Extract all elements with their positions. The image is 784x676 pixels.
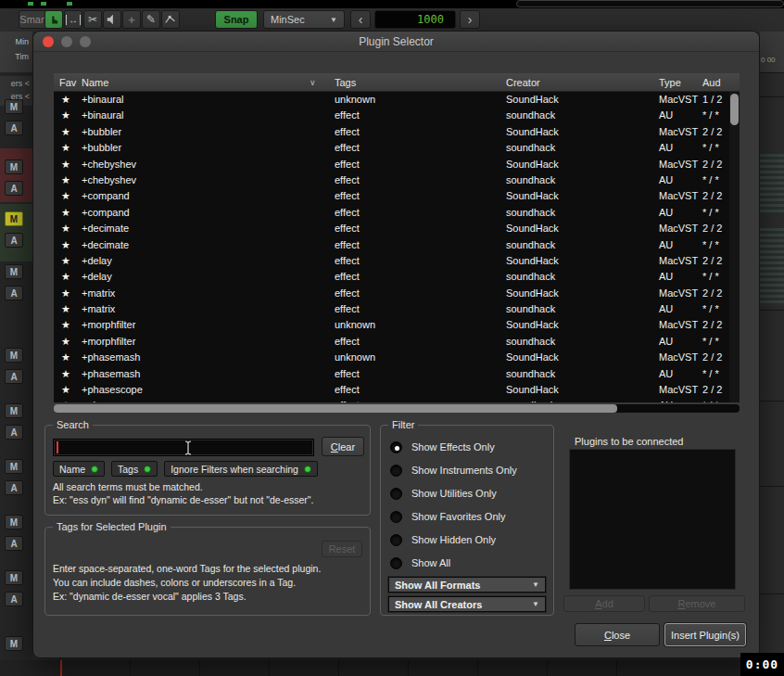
plugin-table-header[interactable]: Fav Name ∨ Tags Creator Type Aud: [54, 73, 740, 92]
table-row[interactable]: ★ +delay effect soundhack AU * / *: [54, 269, 729, 285]
clear-search-button[interactable]: Clear: [322, 437, 364, 456]
radio-button-icon[interactable]: [390, 465, 402, 477]
column-tags[interactable]: Tags: [335, 73, 356, 92]
column-name[interactable]: Name: [82, 73, 108, 92]
track-mute-button[interactable]: M: [5, 264, 23, 279]
audition-tool-button[interactable]: [103, 10, 121, 29]
track-mute-button[interactable]: M: [5, 211, 23, 226]
range-tool-button[interactable]: ↔: [64, 10, 82, 29]
table-row[interactable]: ★ +morphfilter unknown SoundHack MacVST …: [54, 317, 729, 333]
formats-dropdown[interactable]: Show All Formats ▼: [388, 577, 546, 593]
favorite-star-icon[interactable]: ★: [61, 286, 70, 301]
track-mute-button[interactable]: A: [5, 181, 23, 196]
favorite-star-icon[interactable]: ★: [61, 301, 70, 317]
table-row[interactable]: ★ +phasemash unknown SoundHack MacVST 2 …: [54, 350, 729, 365]
table-row[interactable]: ★ +phasemash effect soundhack AU * / *: [54, 366, 729, 382]
track-mute-button[interactable]: M: [5, 99, 23, 114]
track-mute-button[interactable]: A: [5, 121, 23, 135]
filter-radio-option[interactable]: Show All: [390, 556, 517, 569]
table-row[interactable]: ★ +bubbler effect SoundHack MacVST 2 / 2: [54, 124, 729, 140]
grid-mode-dropdown[interactable]: MinSec ▼: [263, 10, 345, 29]
radio-button-icon[interactable]: [390, 557, 402, 569]
track-mute-button[interactable]: M: [5, 159, 23, 174]
favorite-star-icon[interactable]: ★: [61, 140, 70, 156]
track-mute-button[interactable]: A: [5, 286, 23, 300]
vertical-scrollbar-thumb[interactable]: [730, 94, 739, 125]
filter-radio-option[interactable]: Show Effects Only: [390, 440, 517, 453]
table-row[interactable]: ★ +decimate effect SoundHack MacVST 2 / …: [54, 221, 729, 236]
table-row[interactable]: ★ +chebyshev effect soundhack AU * / *: [54, 172, 729, 188]
search-scope-toggle[interactable]: Name: [53, 461, 105, 477]
edit-automation-tool-button[interactable]: [161, 10, 180, 29]
filter-radio-option[interactable]: Show Hidden Only: [390, 533, 517, 546]
track-mute-button[interactable]: A: [5, 425, 23, 440]
search-scope-toggle[interactable]: Tags: [111, 461, 158, 477]
filter-radio-option[interactable]: Show Favorites Only: [390, 510, 517, 523]
radio-button-icon[interactable]: [390, 488, 402, 500]
favorite-star-icon[interactable]: ★: [61, 398, 70, 402]
table-row[interactable]: ★ +matrix effect SoundHack MacVST 2 / 2: [54, 286, 729, 301]
cut-tool-button[interactable]: ✂: [83, 10, 102, 29]
favorite-star-icon[interactable]: ★: [61, 172, 70, 188]
favorite-star-icon[interactable]: ★: [61, 253, 70, 269]
track-mute-button[interactable]: A: [5, 233, 23, 248]
move-tool-button[interactable]: +: [122, 10, 141, 29]
table-row[interactable]: ★ +decimate effect soundhack AU * / *: [54, 237, 729, 253]
close-button[interactable]: Close: [575, 623, 660, 646]
close-window-button[interactable]: [43, 36, 54, 47]
track-mute-button[interactable]: A: [5, 536, 23, 551]
favorite-star-icon[interactable]: ★: [61, 108, 70, 123]
draw-tool-button[interactable]: ✎: [142, 10, 160, 29]
nudge-back-button[interactable]: ‹: [350, 10, 371, 29]
favorite-star-icon[interactable]: ★: [61, 157, 70, 172]
column-type[interactable]: Type: [659, 73, 681, 92]
filter-radio-option[interactable]: Show Instruments Only: [390, 464, 517, 477]
snap-button[interactable]: Snap: [215, 10, 258, 29]
table-row[interactable]: ★ +compand effect SoundHack MacVST 2 / 2: [54, 188, 729, 204]
favorite-star-icon[interactable]: ★: [61, 334, 70, 350]
table-row[interactable]: ★ +binaural effect soundhack AU * / *: [54, 108, 729, 123]
column-creator[interactable]: Creator: [506, 73, 540, 92]
favorite-star-icon[interactable]: ★: [61, 317, 70, 333]
creators-dropdown[interactable]: Show All Creators ▼: [388, 596, 546, 612]
table-row[interactable]: ★ +matrix effect soundhack AU * / *: [54, 301, 729, 317]
nudge-clock[interactable]: 1000: [374, 10, 456, 29]
column-fav[interactable]: Fav: [59, 73, 76, 92]
favorite-star-icon[interactable]: ★: [61, 382, 70, 398]
column-aud[interactable]: Aud: [702, 73, 721, 92]
table-row[interactable]: ★ +delay effect SoundHack MacVST 2 / 2: [54, 253, 729, 269]
favorite-star-icon[interactable]: ★: [61, 221, 70, 236]
table-row[interactable]: ★ +binaural unknown SoundHack MacVST 1 /…: [54, 92, 729, 108]
radio-button-icon[interactable]: [390, 441, 402, 453]
table-row[interactable]: ★ +bubbler effect soundhack AU * / *: [54, 140, 729, 156]
table-row[interactable]: ★ +phasescope effect SoundHack MacVST 2 …: [54, 382, 729, 398]
table-row[interactable]: ★ +chebyshev effect SoundHack MacVST 2 /…: [54, 157, 729, 172]
favorite-star-icon[interactable]: ★: [61, 237, 70, 253]
favorite-star-icon[interactable]: ★: [61, 92, 70, 108]
track-mute-button[interactable]: M: [5, 636, 23, 651]
table-row[interactable]: ★ +compand effect soundhack AU * / *: [54, 205, 729, 221]
track-mute-button[interactable]: M: [5, 459, 23, 474]
table-horizontal-scrollbar[interactable]: [54, 404, 740, 413]
grab-tool-button[interactable]: [44, 10, 63, 29]
table-row[interactable]: ★ +morphfilter effect soundhack AU * / *: [54, 334, 729, 350]
connected-plugins-list[interactable]: [569, 449, 736, 590]
favorite-star-icon[interactable]: ★: [61, 269, 70, 285]
track-mute-button[interactable]: M: [5, 570, 23, 585]
search-input[interactable]: [53, 439, 314, 456]
favorite-star-icon[interactable]: ★: [61, 124, 70, 140]
dialog-titlebar[interactable]: Plugin Selector: [33, 32, 759, 52]
radio-button-icon[interactable]: [390, 534, 402, 546]
filter-radio-option[interactable]: Show Utilities Only: [390, 487, 517, 500]
favorite-star-icon[interactable]: ★: [61, 366, 70, 382]
insert-plugins-button[interactable]: Insert Plugin(s): [664, 623, 746, 646]
plugin-list[interactable]: ★ +binaural unknown SoundHack MacVST 1 /…: [54, 92, 729, 402]
track-mute-button[interactable]: M: [5, 403, 23, 418]
radio-button-icon[interactable]: [390, 511, 402, 523]
track-mute-button[interactable]: A: [5, 592, 23, 606]
nudge-forward-button[interactable]: ›: [460, 10, 480, 29]
track-mute-button[interactable]: M: [5, 515, 23, 529]
table-vertical-scrollbar[interactable]: [729, 92, 740, 402]
table-row[interactable]: ★ +phasescope effect soundhack AU * / *: [54, 398, 729, 402]
favorite-star-icon[interactable]: ★: [61, 188, 70, 204]
